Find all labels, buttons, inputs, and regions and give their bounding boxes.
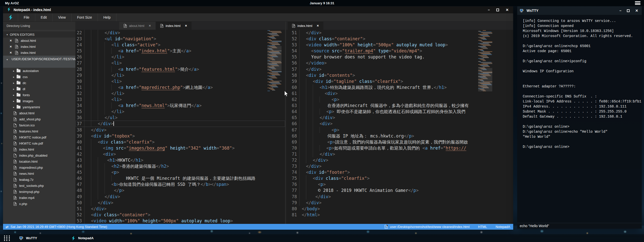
minimap-slider[interactable] — [478, 68, 492, 91]
taskbar-item-notepada[interactable]: NotepadA — [68, 234, 97, 242]
file-item[interactable]: x.php — [3, 201, 75, 207]
menu-item-font-size[interactable]: Font Size — [72, 13, 98, 21]
folder-item[interactable]: ▸css — [3, 74, 75, 80]
terminal-output[interactable]: [info] Conencting to arozos WsTTY servic… — [517, 15, 642, 223]
file-item[interactable]: mapredirect.php — [3, 164, 75, 170]
editor-pane-left[interactable]: about.html✕index.html✕ 22</div>23<ul id=… — [76, 22, 285, 224]
minimap-bar — [481, 39, 486, 39]
notepada-titlebar[interactable]: NotepadA - index.html – ✕ — [3, 6, 513, 13]
tab-about.html[interactable]: about.html✕ — [119, 22, 156, 30]
file-tree[interactable]: ▾OPEN EDITORS✕about.html✕index.html✕inde… — [3, 30, 75, 224]
system-menu-title[interactable]: My ArOZ — [5, 1, 19, 5]
minimap-right[interactable] — [478, 30, 492, 91]
line-number: 51 — [286, 30, 299, 36]
indent-guide — [91, 139, 91, 145]
menu-item-view[interactable]: View — [53, 13, 72, 21]
minimap-bar — [478, 55, 487, 56]
close-icon[interactable]: ✕ — [506, 8, 509, 12]
close-icon[interactable]: ✕ — [10, 39, 13, 42]
folder-item[interactable]: ▸images — [3, 98, 75, 104]
indent-guide — [98, 169, 98, 175]
file-item[interactable]: index.html — [3, 146, 75, 152]
code-editor-left[interactable]: 22</div>23<ul id="navigation">24<li clas… — [76, 30, 285, 224]
taskbar-item-wstty[interactable]: WsTTY — [16, 234, 40, 242]
minimap-bar — [267, 82, 279, 82]
menu-item-help[interactable]: Help — [98, 13, 116, 21]
editor-pane-right[interactable]: index.html✕ 51</div>52<div class="contai… — [286, 22, 513, 224]
directory-sidebar: Directory Listing ▾OPEN EDITORS✕about.ht… — [3, 22, 76, 224]
indent-guide — [299, 175, 299, 181]
menu-item-edit[interactable]: Edit — [35, 13, 53, 21]
open-editors-section[interactable]: ▾OPEN EDITORS — [3, 31, 75, 38]
folder-item[interactable]: ▸dl — [3, 86, 75, 92]
workspace-section[interactable]: ▾USER:/DESKTOP/SCREENSHOT /TEST/WWW CLEA… — [3, 56, 75, 68]
indent-guide — [91, 181, 91, 187]
menu-item-file[interactable]: File — [18, 13, 35, 21]
file-item[interactable]: index.php_disabled — [3, 152, 75, 158]
open-editor-filename: about.html — [21, 39, 36, 43]
file-item[interactable]: test_sockets.php — [3, 183, 75, 189]
line-number: 72 — [286, 157, 299, 163]
line-number: 66 — [286, 121, 299, 127]
file-item[interactable]: trailer.mp4 — [3, 195, 75, 201]
minimap-slider[interactable] — [267, 46, 282, 70]
open-editor-item[interactable]: ✕index.html — [3, 44, 75, 50]
wallpaper-edge-lights — [0, 30, 3, 232]
close-icon[interactable]: ✕ — [635, 9, 638, 12]
file-name: about.html — [19, 111, 35, 115]
file-item[interactable]: features.html — [3, 128, 75, 134]
maximize-icon[interactable] — [496, 9, 499, 11]
file-item[interactable]: teabag.7z — [3, 177, 75, 183]
close-icon[interactable]: ✕ — [185, 24, 187, 27]
line-number: 73 — [286, 163, 299, 169]
minimize-icon[interactable]: – — [619, 9, 621, 12]
app-launcher-icon[interactable] — [4, 235, 11, 241]
close-icon[interactable]: ✕ — [10, 51, 13, 54]
minimap-bar — [270, 89, 274, 90]
chevron-right-icon: ▸ — [13, 100, 14, 102]
minimap-bar — [270, 80, 273, 81]
indent-guide — [98, 78, 98, 84]
code-file-icon — [124, 24, 127, 28]
indent-guide — [91, 157, 91, 163]
file-item[interactable]: HKWTC notice.pdf — [3, 134, 75, 140]
open-editor-item[interactable]: ✕about.html — [3, 38, 75, 44]
taskbar: WsTTYNotepadA — [0, 234, 644, 242]
minimize-icon[interactable]: – — [488, 8, 490, 12]
wstty-titlebar[interactable]: WsTTY – ✕ — [517, 6, 642, 15]
code-line: 81 </html> — [286, 212, 513, 218]
statusbar-filepath[interactable]: user:/Desktop/screenshot/test/www cleane… — [390, 225, 470, 229]
indent-guide — [111, 175, 112, 181]
indent-guide — [313, 151, 313, 157]
close-icon[interactable]: ✕ — [317, 24, 319, 27]
close-icon[interactable]: ✕ — [10, 45, 13, 48]
code-text: </div> — [84, 194, 285, 200]
indent-guide — [84, 163, 84, 169]
open-editor-item[interactable]: ✕index.html — [3, 50, 75, 56]
folder-item[interactable]: ▸yamiyamimi — [3, 104, 75, 110]
tab-index.html[interactable]: index.html✕ — [156, 22, 192, 30]
file-item[interactable]: testmysql.php — [3, 189, 75, 195]
maximize-icon[interactable] — [627, 9, 630, 12]
file-item[interactable]: location.html — [3, 158, 75, 164]
folder-item[interactable]: ▸fonts — [3, 92, 75, 98]
tab-index.html[interactable]: index.html✕ — [288, 22, 324, 30]
terminal-input[interactable]: echo "Hello World" — [517, 223, 642, 229]
file-item[interactable]: favicon.ico — [3, 122, 75, 128]
hamburger-menu-icon[interactable] — [635, 1, 640, 5]
folder-item[interactable]: ▸dc — [3, 80, 75, 86]
code-line: 73</div> — [286, 163, 513, 169]
file-item[interactable]: about.html — [3, 110, 75, 116]
indent-guide — [91, 169, 91, 175]
statusbar-language[interactable]: HTML — [478, 225, 487, 229]
folder-item[interactable]: ▸autostation — [3, 68, 75, 74]
file-item[interactable]: news.html — [3, 170, 75, 177]
plain-file-icon — [14, 123, 17, 127]
file-name: index.php_disabled — [19, 154, 47, 157]
minimap-left[interactable] — [267, 30, 282, 91]
file-item[interactable]: HKWTC rule.pdf — [3, 140, 75, 146]
file-item[interactable]: add_vhost.php — [3, 116, 75, 122]
indent-guide — [313, 102, 313, 109]
close-icon[interactable]: ✕ — [149, 24, 151, 27]
indent-guide — [84, 187, 84, 193]
